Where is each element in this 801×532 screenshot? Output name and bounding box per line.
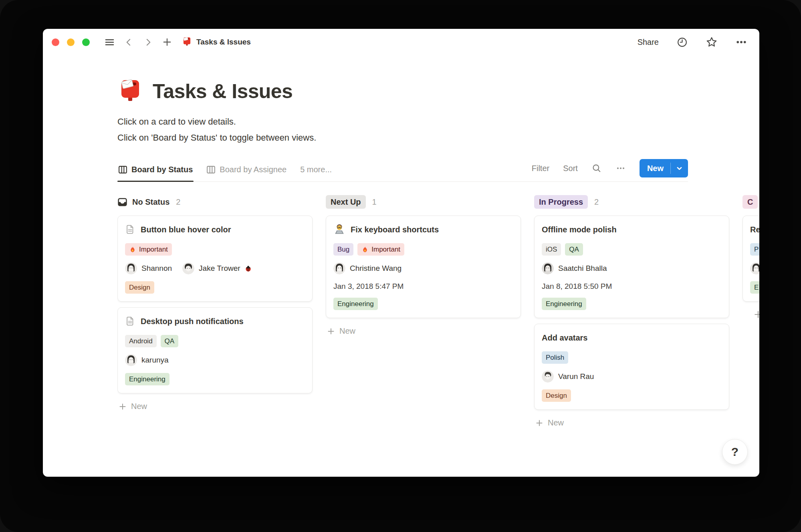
tab-label: 5 more...	[300, 165, 332, 174]
chevron-down-icon[interactable]	[671, 159, 688, 177]
column-name-pill: C	[742, 195, 758, 209]
traffic-lights	[52, 38, 90, 46]
add-card-button[interactable]	[742, 307, 759, 322]
card-title: Fix keyboard shortcuts	[351, 224, 439, 236]
fire-icon	[361, 246, 369, 253]
add-card-button[interactable]: New	[117, 399, 313, 414]
current-page-chip[interactable]: Tasks & Issues	[182, 36, 251, 48]
avatar	[125, 262, 137, 274]
help-button[interactable]: ?	[722, 439, 748, 465]
new-button-label[interactable]: New	[640, 159, 670, 177]
sort-button[interactable]: Sort	[563, 164, 578, 173]
column-no-status: No Status 2 Button blue hover color Impo…	[117, 194, 313, 414]
person-name: Jake Trower	[199, 264, 240, 273]
tag-label: Polish	[546, 354, 564, 361]
view-toolbar: Board by Status Board by Assignee 5 more…	[117, 158, 688, 182]
tag-design: Design	[125, 281, 154, 294]
page-description-line-2: Click on 'Board by Status' to toggle bet…	[117, 130, 759, 146]
tab-more-views[interactable]: 5 more...	[299, 158, 333, 181]
person-name: Varun Rau	[558, 372, 594, 381]
fire-icon	[129, 246, 136, 253]
tag-qa: QA	[565, 243, 583, 256]
share-button[interactable]: Share	[638, 38, 659, 47]
new-button[interactable]: New	[640, 159, 688, 177]
new-tab-icon[interactable]	[160, 35, 174, 49]
plus-icon	[535, 419, 543, 427]
tag-qa: QA	[161, 335, 179, 347]
card-title: Desktop push notifications	[141, 315, 244, 327]
tag-engineering: Engineering	[125, 373, 169, 385]
tag-truncated-footer: E	[750, 281, 759, 294]
card-title: Offline mode polish	[542, 224, 617, 236]
forward-icon[interactable]	[141, 35, 155, 49]
tag-truncated: P	[750, 243, 759, 256]
postbox-icon	[182, 36, 192, 48]
person-varun-rau: Varun Rau	[542, 371, 594, 383]
person-karunya: karunya	[125, 354, 169, 366]
avatar	[333, 262, 345, 274]
plus-icon	[119, 403, 127, 411]
titlebar-actions: Share	[638, 36, 747, 48]
column-header[interactable]: C	[742, 194, 759, 210]
tab-board-by-assignee[interactable]: Board by Assignee	[206, 158, 287, 181]
tag-label: QA	[165, 338, 175, 345]
column-truncated: C Re P E	[742, 194, 759, 322]
column-in-progress: In Progress 2 Offline mode polish iOS QA…	[534, 194, 729, 430]
view-more-icon[interactable]	[615, 163, 626, 173]
add-card-button[interactable]: New	[326, 324, 521, 339]
add-card-label: New	[339, 326, 355, 336]
filter-button[interactable]: Filter	[532, 164, 549, 173]
board-card[interactable]: Add avatars Polish Varun Rau Design	[534, 324, 729, 410]
more-options-icon[interactable]	[735, 36, 747, 48]
tag-bug: Bug	[333, 243, 353, 256]
column-header[interactable]: No Status 2	[117, 194, 313, 210]
view-tabs: Board by Status Board by Assignee 5 more…	[117, 158, 333, 181]
avatar	[750, 262, 759, 274]
column-name-pill: In Progress	[534, 195, 588, 209]
card-title: Add avatars	[542, 332, 588, 344]
board-card[interactable]: Button blue hover color Important Shanno…	[117, 216, 313, 302]
board-card[interactable]: Re P E	[742, 216, 759, 302]
column-header[interactable]: In Progress 2	[534, 194, 729, 210]
tab-label: Board by Assignee	[220, 165, 287, 174]
tag-ios: iOS	[542, 243, 561, 256]
person-name: Saatchi Bhalla	[558, 264, 607, 273]
person-shannon: Shannon	[125, 262, 172, 274]
tag-label: Engineering	[546, 300, 582, 307]
add-card-button[interactable]: New	[534, 415, 729, 430]
history-clock-icon[interactable]	[676, 36, 688, 48]
board-card[interactable]: Offline mode polish iOS QA Saatchi Bhall…	[534, 216, 729, 318]
postbox-page-icon[interactable]	[117, 78, 143, 105]
board-card[interactable]: Fix keyboard shortcuts Bug Important Chr…	[326, 216, 521, 318]
close-window-button[interactable]	[52, 38, 59, 46]
back-icon[interactable]	[122, 35, 135, 49]
plus-icon	[754, 310, 759, 319]
screenshot-background: Tasks & Issues Share Tasks & Issues Clic…	[0, 0, 801, 532]
zoom-window-button[interactable]	[82, 38, 90, 46]
board-card[interactable]: Desktop push notifications Android QA ka…	[117, 307, 313, 393]
inbox-icon	[117, 197, 127, 207]
technologist-icon	[333, 224, 345, 236]
page-title: Tasks & Issues	[153, 80, 293, 103]
tag-label: Engineering	[337, 300, 374, 307]
card-date: Jan 8, 2018 5:50 PM	[542, 282, 722, 291]
tag-label: QA	[569, 246, 579, 253]
minimize-window-button[interactable]	[67, 38, 75, 46]
column-header[interactable]: Next Up 1	[326, 194, 521, 210]
favorite-star-icon[interactable]	[706, 36, 718, 48]
tag-design: Design	[542, 389, 571, 402]
tab-board-by-status[interactable]: Board by Status	[117, 158, 194, 181]
column-count: 1	[372, 197, 377, 207]
sidebar-menu-icon[interactable]	[103, 35, 116, 49]
document-icon	[125, 316, 135, 326]
tag-label: Engineering	[129, 376, 165, 383]
tag-label: P	[754, 246, 759, 253]
add-card-label: New	[548, 418, 564, 427]
column-count: 2	[594, 197, 599, 207]
person-name: karunya	[141, 356, 169, 365]
avatar	[182, 262, 194, 274]
column-count: 2	[176, 197, 180, 207]
search-icon[interactable]	[591, 163, 602, 173]
tag-label: Design	[129, 284, 150, 291]
avatar	[542, 262, 554, 274]
